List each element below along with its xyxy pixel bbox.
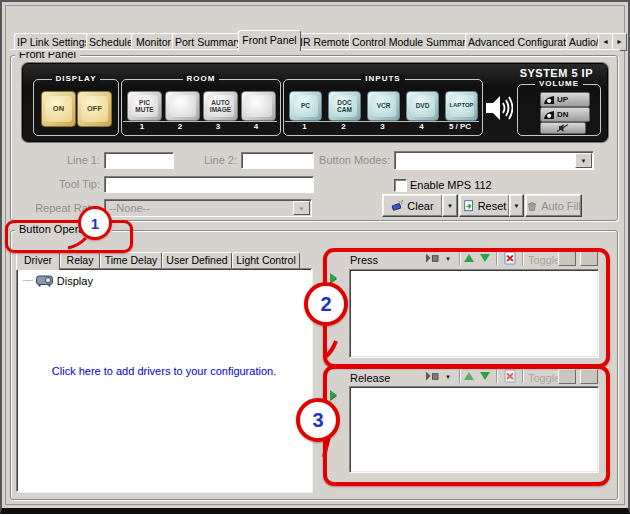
hw-volume-up-button[interactable]: UP xyxy=(540,92,590,107)
hw-off-label: OFF xyxy=(87,104,102,113)
enable-mps-label: Enable MPS 112 xyxy=(410,179,492,191)
add-drivers-link[interactable]: Click here to add drivers to your config… xyxy=(17,365,311,377)
driver-tree-panel[interactable]: ┄┄ Display Click here to add drivers to … xyxy=(16,268,312,492)
tool-tip-label: Tool Tip: xyxy=(42,178,100,190)
speaker-icon xyxy=(485,93,513,123)
tree-node-label: Display xyxy=(57,275,93,287)
hw-auto-image-button[interactable]: AUTOIMAGE xyxy=(203,91,238,121)
hardware-panel-graphic: SYSTEM 5 IP DISPLAY ON OFF ROOM PICMUTE … xyxy=(22,63,608,142)
annotation-rect-press xyxy=(323,248,610,368)
hw-input-dvd-button[interactable]: DVD xyxy=(406,91,439,121)
hw-display-on-button[interactable]: ON xyxy=(41,91,76,127)
tab-time-delay[interactable]: Time Delay xyxy=(100,252,162,269)
chevron-down-icon: ▼ xyxy=(299,206,305,212)
tab-relay[interactable]: Relay xyxy=(60,252,100,269)
tab-monitor[interactable]: Monitor xyxy=(131,33,176,50)
hw-input-vcr-button[interactable]: VCR xyxy=(367,91,400,121)
tab-port-summary[interactable]: Port Summary xyxy=(172,33,242,50)
hw-pic-label: PIC xyxy=(139,99,150,106)
clear-button[interactable]: Clear xyxy=(382,194,443,217)
hw-volume-label: VOLUME xyxy=(535,79,583,88)
tab-pane-edge xyxy=(10,49,620,52)
auto-fill-button: Auto Fill xyxy=(525,194,582,217)
app-window: IP Link Settings Schedule Monitor Port S… xyxy=(0,0,630,514)
scroll-left-icon: ◄ xyxy=(602,38,609,45)
tab-driver[interactable]: Driver xyxy=(16,250,60,270)
tree-node-display[interactable]: ┄┄ Display xyxy=(17,269,311,287)
reset-options-arrow-button[interactable]: ▼ xyxy=(509,194,524,217)
system-name-label: SYSTEM 5 IP xyxy=(520,67,593,79)
hw-room-blank2-button[interactable] xyxy=(165,91,200,121)
hw-on-label: ON xyxy=(53,104,64,113)
tool-tip-input[interactable] xyxy=(104,176,314,193)
callout-1: 1 xyxy=(78,206,112,240)
auto-fill-bucket-icon xyxy=(526,200,538,212)
repeat-rate-dropdown-arrow: ▼ xyxy=(293,201,310,215)
hw-volume-group: VOLUME UP DN xyxy=(517,84,601,136)
display-device-icon xyxy=(36,274,53,287)
hw-volume-down-button[interactable]: DN xyxy=(540,107,590,122)
hw-display-label: DISPLAY xyxy=(52,74,101,83)
hw-inputs-numbers: 12 34 5 / PC xyxy=(285,121,479,131)
tree-line: ┄┄ xyxy=(23,276,32,286)
button-modes-dropdown-arrow[interactable]: ▼ xyxy=(575,153,592,168)
hw-room-label: ROOM xyxy=(183,74,220,83)
auto-fill-button-label: Auto Fill xyxy=(541,200,581,212)
callout-2: 2 xyxy=(304,282,348,326)
clear-options-arrow-button[interactable]: ▼ xyxy=(442,194,458,217)
repeat-rate-combobox: --None-- ▼ xyxy=(104,199,312,217)
line2-input[interactable] xyxy=(241,152,314,169)
annotation-rect-button-operations xyxy=(5,220,133,253)
line2-label: Line 2: xyxy=(182,154,237,166)
line1-input[interactable] xyxy=(104,152,174,169)
hw-input-laptop-button[interactable]: LAPTOP xyxy=(445,91,478,121)
tab-front-panel[interactable]: Front Panel xyxy=(238,30,301,51)
line1-label: Line 1: xyxy=(42,154,100,166)
button-modes-label: Button Modes: xyxy=(314,154,390,166)
mute-speaker-icon xyxy=(555,124,571,132)
hw-image-label: IMAGE xyxy=(210,106,231,113)
volume-knob-icon xyxy=(543,95,555,105)
button-modes-combobox[interactable]: ▼ xyxy=(394,151,594,170)
clear-button-label: Clear xyxy=(407,200,433,212)
hw-input-pc-button[interactable]: PC xyxy=(289,91,322,121)
hw-auto-label: AUTO xyxy=(211,99,229,106)
chevron-down-icon: ▼ xyxy=(447,203,453,209)
reset-button[interactable]: Reset xyxy=(459,194,510,217)
callout-3: 3 xyxy=(296,398,340,442)
hw-room-numbers: 12 34 xyxy=(123,121,277,131)
chevron-down-icon: ▼ xyxy=(581,158,587,164)
clear-eraser-icon xyxy=(391,199,404,212)
reset-page-icon xyxy=(463,199,475,212)
tab-ir-remote[interactable]: IR Remote xyxy=(297,33,353,50)
hw-display-off-button[interactable]: OFF xyxy=(77,91,112,127)
hw-pic-mute-button[interactable]: PICMUTE xyxy=(127,91,162,121)
chevron-down-icon: ▼ xyxy=(514,203,520,209)
reset-button-label: Reset xyxy=(478,200,507,212)
tab-control-module-summary[interactable]: Control Module Summary xyxy=(349,33,469,50)
hw-input-doc-cam-button[interactable]: DOCCAM xyxy=(328,91,361,121)
enable-mps-checkbox[interactable] xyxy=(394,179,407,192)
tab-user-defined[interactable]: User Defined xyxy=(162,252,232,269)
hw-inputs-label: INPUTS xyxy=(361,74,404,83)
tab-advanced-configuration[interactable]: Advanced Configuration xyxy=(465,33,570,50)
annotation-rect-release xyxy=(323,365,610,486)
hw-mute-label: MUTE xyxy=(135,106,153,113)
scroll-right-icon: ► xyxy=(616,38,623,45)
tab-light-control[interactable]: Light Control xyxy=(232,252,300,269)
tab-schedule[interactable]: Schedule xyxy=(86,33,135,50)
volume-knob-icon xyxy=(543,110,555,120)
hw-room-blank4-button[interactable] xyxy=(241,91,276,121)
hw-mute-button[interactable] xyxy=(540,122,586,134)
